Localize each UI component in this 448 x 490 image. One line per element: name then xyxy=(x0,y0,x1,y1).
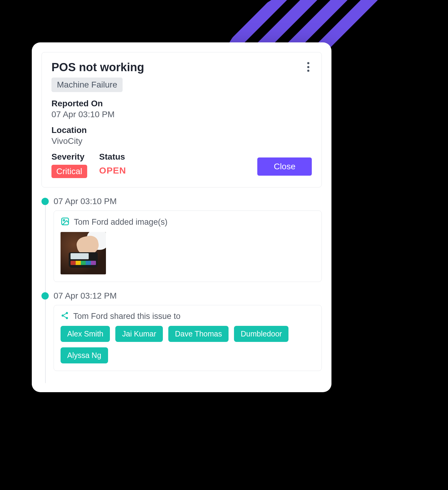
location-value: VivoCity xyxy=(51,136,312,146)
timeline-time: 07 Apr 03:10 PM xyxy=(54,197,322,206)
timeline-entry: 07 Apr 03:12 PM Tom Ford shared this iss… xyxy=(54,291,322,371)
status-value: OPEN xyxy=(99,165,126,176)
timeline-box: Tom Ford shared this issue to Alex Smith… xyxy=(54,305,322,371)
category-chip: Machine Failure xyxy=(51,78,123,92)
person-chip[interactable]: Dave Thomas xyxy=(168,326,229,342)
more-menu-button[interactable] xyxy=(304,61,312,73)
svg-point-3 xyxy=(62,315,64,317)
shared-people-list: Alex Smith Jai Kumar Dave Thomas Dumbled… xyxy=(61,326,315,363)
close-button[interactable]: Close xyxy=(257,157,312,176)
timeline-text: Tom Ford added image(s) xyxy=(74,217,167,227)
timeline-time: 07 Apr 03:12 PM xyxy=(54,291,322,301)
issue-header-panel: POS not working Machine Failure Reported… xyxy=(41,52,322,187)
person-chip[interactable]: Jai Kumar xyxy=(115,326,163,342)
timeline-box: Tom Ford added image(s) xyxy=(54,210,322,282)
timeline-dot-icon xyxy=(41,292,49,300)
timeline-entry: 07 Apr 03:10 PM Tom Ford added image(s) xyxy=(54,197,322,282)
attachment-thumbnail[interactable] xyxy=(61,232,106,274)
svg-point-2 xyxy=(66,312,68,314)
svg-point-4 xyxy=(66,317,68,319)
issue-title: POS not working xyxy=(51,61,312,74)
severity-label: Severity xyxy=(51,152,87,162)
reported-on-label: Reported On xyxy=(51,99,312,108)
location-label: Location xyxy=(51,125,312,135)
person-chip[interactable]: Alyssa Ng xyxy=(61,347,108,363)
timeline-text: Tom Ford shared this issue to xyxy=(73,312,180,321)
timeline-dot-icon xyxy=(41,198,49,205)
severity-badge: Critical xyxy=(51,165,87,178)
person-chip[interactable]: Dumbledoor xyxy=(234,326,288,342)
timeline: 07 Apr 03:10 PM Tom Ford added image(s) xyxy=(41,197,322,371)
reported-on-value: 07 Apr 03:10 PM xyxy=(51,110,312,119)
issue-card: POS not working Machine Failure Reported… xyxy=(32,42,331,392)
svg-point-1 xyxy=(63,220,65,221)
image-icon xyxy=(61,217,70,227)
person-chip[interactable]: Alex Smith xyxy=(61,326,110,342)
share-icon xyxy=(61,311,69,321)
status-label: Status xyxy=(99,152,126,162)
